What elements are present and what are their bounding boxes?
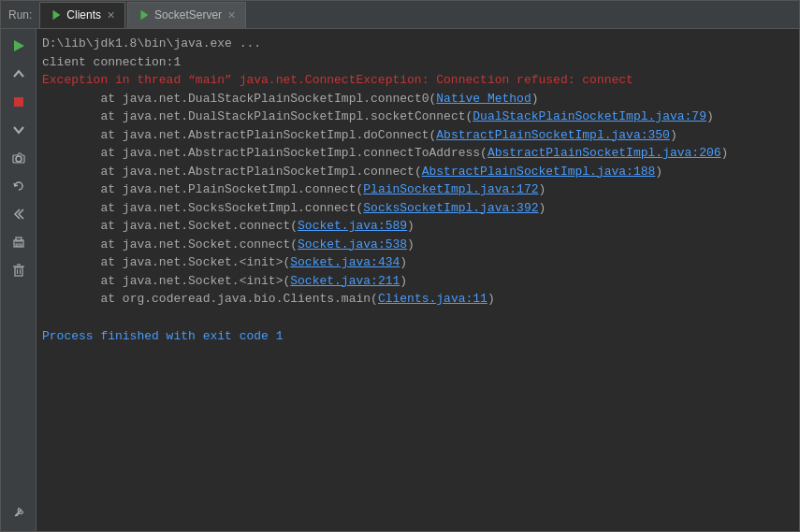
- link-clients-11[interactable]: Clients.java:11: [378, 292, 487, 306]
- console-stack-5: at java.net.AbstractPlainSocketImpl.conn…: [42, 163, 792, 181]
- tab-socketserver-label: SocketServer: [154, 8, 222, 22]
- link-socket-434[interactable]: Socket.java:434: [290, 255, 400, 269]
- tab-clients[interactable]: Clients ✕: [39, 2, 125, 28]
- main-area: D:\lib\jdk1.8\bin\java.exe ... client co…: [1, 29, 799, 531]
- tab-clients-label: Clients: [66, 8, 101, 22]
- ide-run-window: Run: Clients ✕ SocketServer ✕: [0, 0, 800, 532]
- console-stack-7: at java.net.SocksSocketImpl.connect(Sock…: [42, 199, 792, 218]
- pin-button[interactable]: [6, 499, 32, 525]
- console-stack-9: at java.net.Socket.connect(Socket.java:5…: [42, 236, 792, 254]
- svg-marker-2: [14, 40, 24, 51]
- link-abstract-350[interactable]: AbstractPlainSocketImpl.java:350: [436, 128, 670, 142]
- link-socket-589[interactable]: Socket.java:589: [298, 219, 407, 233]
- svg-rect-3: [14, 97, 23, 107]
- scroll-down-button[interactable]: [6, 117, 32, 143]
- run-label: Run:: [8, 8, 32, 22]
- console-exception-line: Exception in thread “main” java.net.Conn…: [42, 71, 792, 90]
- svg-point-4: [16, 156, 22, 162]
- tab-socketserver-close[interactable]: ✕: [227, 9, 236, 22]
- link-socket-211[interactable]: Socket.java:211: [290, 274, 400, 288]
- stop-button[interactable]: [6, 89, 32, 115]
- console-stack-10: at java.net.Socket.<init>(Socket.java:43…: [42, 253, 792, 272]
- link-abstract-206[interactable]: AbstractPlainSocketImpl.java:206: [487, 146, 721, 160]
- svg-rect-8: [15, 267, 22, 276]
- console-stack-1: at java.net.DualStackPlainSocketImpl.con…: [42, 90, 792, 108]
- link-native-method[interactable]: Native Method: [436, 92, 531, 106]
- toolbar: [1, 29, 36, 531]
- console-stack-11: at java.net.Socket.<init>(Socket.java:21…: [42, 272, 792, 291]
- scroll-up-button[interactable]: [6, 61, 32, 87]
- top-bar: Run: Clients ✕ SocketServer ✕: [1, 1, 799, 29]
- camera-button[interactable]: [6, 145, 32, 171]
- link-socket-538[interactable]: Socket.java:538: [298, 237, 407, 252]
- tab-socketserver[interactable]: SocketServer ✕: [127, 2, 246, 28]
- run-button[interactable]: [6, 33, 32, 59]
- console-stack-12: at org.coderead.java.bio.Clients.main(Cl…: [42, 290, 792, 309]
- console-stack-8: at java.net.Socket.connect(Socket.java:5…: [42, 217, 792, 236]
- print-button[interactable]: [6, 229, 32, 255]
- delete-button[interactable]: [6, 257, 32, 283]
- back-button[interactable]: [6, 201, 32, 227]
- console-stack-3: at java.net.AbstractPlainSocketImpl.doCo…: [42, 126, 792, 145]
- rerun-button[interactable]: [6, 173, 32, 199]
- console-stack-6: at java.net.PlainSocketImpl.connect(Plai…: [42, 180, 792, 199]
- console-stack-4: at java.net.AbstractPlainSocketImpl.conn…: [42, 144, 792, 163]
- link-plain-172[interactable]: PlainSocketImpl.java:172: [363, 182, 538, 196]
- tab-clients-close[interactable]: ✕: [107, 9, 115, 22]
- svg-rect-7: [16, 244, 22, 246]
- console-cmd-line: D:\lib\jdk1.8\bin\java.exe ...: [42, 35, 792, 53]
- link-dualstack-79[interactable]: DualStackPlainSocketImpl.java:79: [473, 109, 706, 123]
- svg-marker-1: [141, 10, 149, 21]
- svg-marker-0: [53, 10, 61, 21]
- console-stack-2: at java.net.DualStackPlainSocketImpl.soc…: [42, 108, 792, 126]
- link-abstract-188[interactable]: AbstractPlainSocketImpl.java:188: [422, 165, 656, 179]
- run-icon-socketserver: [138, 8, 151, 22]
- run-icon-clients: [50, 8, 63, 22]
- console-process-line: Process finished with exit code 1: [42, 327, 792, 346]
- console-area[interactable]: D:\lib\jdk1.8\bin\java.exe ... client co…: [36, 29, 799, 531]
- console-conn-line: client connection:1: [42, 53, 792, 72]
- link-socks-392[interactable]: SocksSocketImpl.java:392: [363, 201, 538, 215]
